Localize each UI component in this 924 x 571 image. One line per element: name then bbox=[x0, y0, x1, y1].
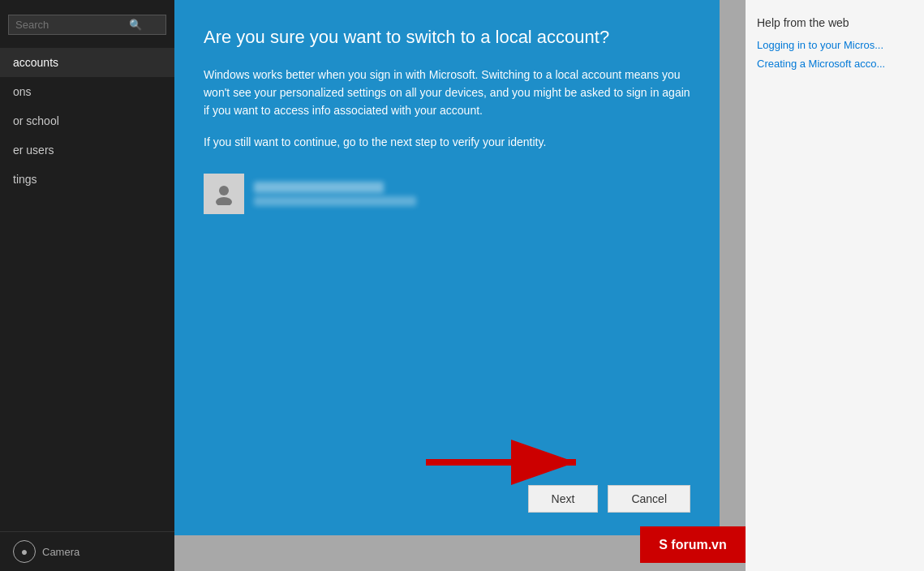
user-info bbox=[254, 182, 416, 206]
search-input[interactable] bbox=[15, 19, 129, 31]
main-content: Are you sure you want to switch to a loc… bbox=[174, 0, 746, 571]
forum-badge: S forum.vn bbox=[640, 526, 746, 563]
switch-local-account-dialog: Are you sure you want to switch to a loc… bbox=[174, 0, 720, 535]
help-link-2[interactable]: Creating a Microsoft acco... bbox=[757, 58, 913, 70]
sidebar-item-label: tings bbox=[13, 173, 37, 186]
sidebar-item-label: er users bbox=[13, 144, 54, 157]
help-link-1[interactable]: Logging in to your Micros... bbox=[757, 39, 913, 51]
svg-point-1 bbox=[216, 197, 232, 205]
search-bar[interactable]: 🔍 bbox=[8, 15, 166, 35]
sidebar-nav: accounts ons or school er users tings bbox=[0, 48, 174, 531]
search-icon: 🔍 bbox=[129, 19, 142, 31]
camera-label: Camera bbox=[42, 546, 80, 558]
help-title: Help from the web bbox=[757, 16, 913, 29]
sidebar-item-accounts[interactable]: accounts bbox=[0, 48, 174, 77]
user-name-blurred bbox=[254, 182, 384, 193]
dialog-footer: Next Cancel bbox=[528, 469, 690, 513]
forum-badge-text: S forum.vn bbox=[659, 538, 727, 552]
sidebar-item-settings[interactable]: tings bbox=[0, 165, 174, 194]
sidebar-item-label: or school bbox=[13, 114, 59, 127]
camera-icon: ● bbox=[13, 540, 36, 563]
dialog-body-text: Windows works better when you sign in wi… bbox=[204, 66, 690, 120]
sidebar-item-school[interactable]: or school bbox=[0, 106, 174, 135]
user-email-blurred bbox=[254, 196, 416, 206]
sidebar-item-label: accounts bbox=[13, 56, 58, 69]
sidebar-item-ons[interactable]: ons bbox=[0, 77, 174, 106]
user-card bbox=[204, 174, 690, 214]
dialog-overlay: Are you sure you want to switch to a loc… bbox=[174, 0, 746, 571]
svg-point-0 bbox=[219, 186, 229, 195]
sidebar-bottom-camera[interactable]: ● Camera bbox=[0, 531, 174, 571]
sidebar-item-label: ons bbox=[13, 85, 32, 98]
dialog-title: Are you sure you want to switch to a loc… bbox=[204, 26, 690, 49]
right-panel: Help from the web Logging in to your Mic… bbox=[746, 0, 924, 571]
next-button[interactable]: Next bbox=[528, 485, 599, 513]
dialog-continue-text: If you still want to continue, go to the… bbox=[204, 133, 690, 151]
sidebar-item-users[interactable]: er users bbox=[0, 135, 174, 165]
cancel-button[interactable]: Cancel bbox=[608, 485, 690, 513]
sidebar: 🔍 accounts ons or school er users tings … bbox=[0, 0, 174, 571]
avatar bbox=[204, 174, 244, 214]
